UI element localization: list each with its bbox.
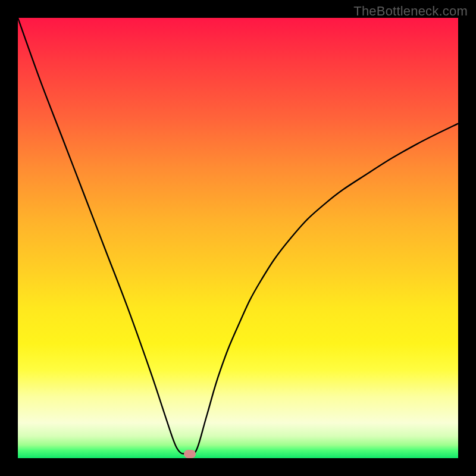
plot-area <box>18 18 458 458</box>
attribution-text: TheBottleneck.com <box>353 4 468 19</box>
curve-layer <box>18 18 458 458</box>
bottleneck-curve <box>18 18 458 454</box>
minimum-marker <box>184 450 196 458</box>
chart-container: TheBottleneck.com <box>0 0 476 476</box>
